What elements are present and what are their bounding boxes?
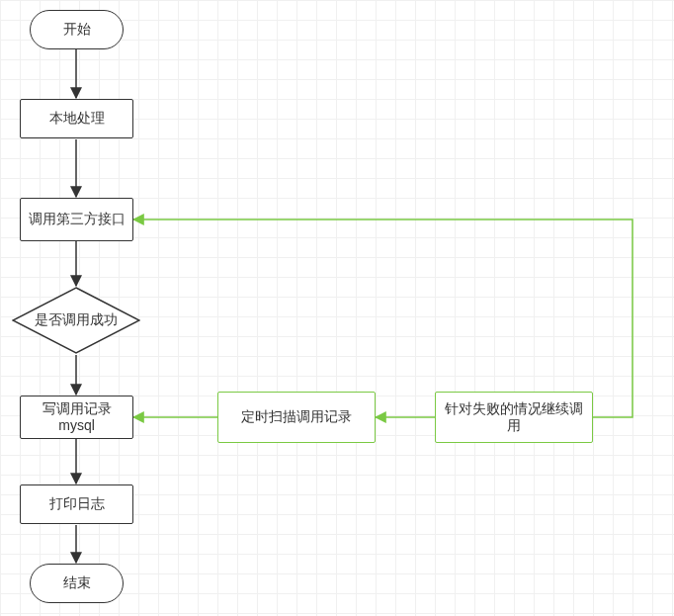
node-local-label: 本地处理 [49,110,105,128]
node-success-label: 是否调用成功 [35,311,118,329]
node-end[interactable]: 结束 [30,564,124,603]
node-call3p-label: 调用第三方接口 [29,211,126,228]
node-local[interactable]: 本地处理 [20,99,133,138]
node-writedb[interactable]: 写调用记录mysql [20,396,133,439]
node-retry[interactable]: 针对失败的情况继续调用 [435,392,593,443]
edge-retry-call3p [133,220,632,417]
node-start-label: 开始 [63,21,91,39]
node-log[interactable]: 打印日志 [20,484,133,524]
node-log-label: 打印日志 [49,495,105,513]
node-scan[interactable]: 定时扫描调用记录 [217,392,376,443]
node-start[interactable]: 开始 [30,10,124,49]
node-end-label: 结束 [63,574,91,592]
node-retry-label: 针对失败的情况继续调用 [442,400,586,435]
flowchart-canvas: 开始 本地处理 调用第三方接口 是否调用成功 写调用记录mysql 打印日志 结… [0,0,674,616]
node-scan-label: 定时扫描调用记录 [241,408,352,426]
node-success[interactable]: 是否调用成功 [12,287,140,354]
node-call3p[interactable]: 调用第三方接口 [20,198,133,241]
node-writedb-label: 写调用记录mysql [27,400,126,435]
